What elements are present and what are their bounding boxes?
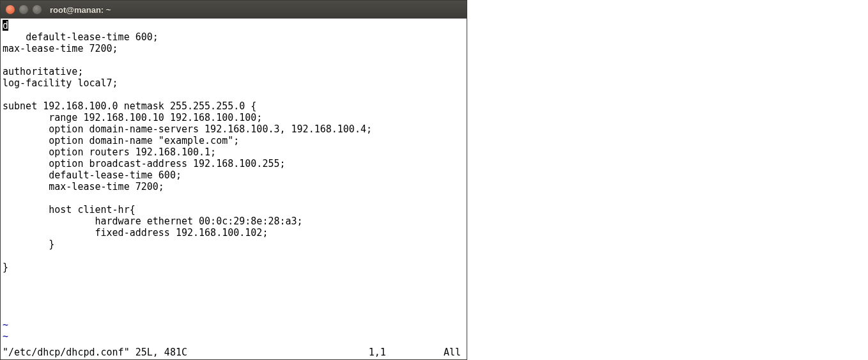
close-icon[interactable]: [6, 5, 15, 14]
editor-tildes: ~ ~ ~: [3, 319, 8, 347]
status-file-info: "/etc/dhcp/dhcpd.conf" 25L, 481C: [3, 347, 187, 358]
text-cursor: d: [3, 20, 8, 31]
title-bar: root@manan: ~: [1, 1, 467, 19]
window-title: root@manan: ~: [50, 5, 111, 15]
status-scroll: All: [444, 347, 465, 358]
minimize-icon[interactable]: [19, 5, 28, 14]
status-cursor-pos: 1,1: [187, 347, 444, 358]
status-line: "/etc/dhcp/dhcpd.conf" 25L, 481C 1,1 All: [1, 347, 467, 359]
maximize-icon[interactable]: [33, 5, 42, 14]
terminal-window: root@manan: ~ ddefault-lease-time 600; m…: [0, 0, 467, 360]
editor-text: default-lease-time 600; max-lease-time 7…: [3, 31, 372, 273]
editor-viewport[interactable]: ddefault-lease-time 600; max-lease-time …: [1, 19, 467, 347]
